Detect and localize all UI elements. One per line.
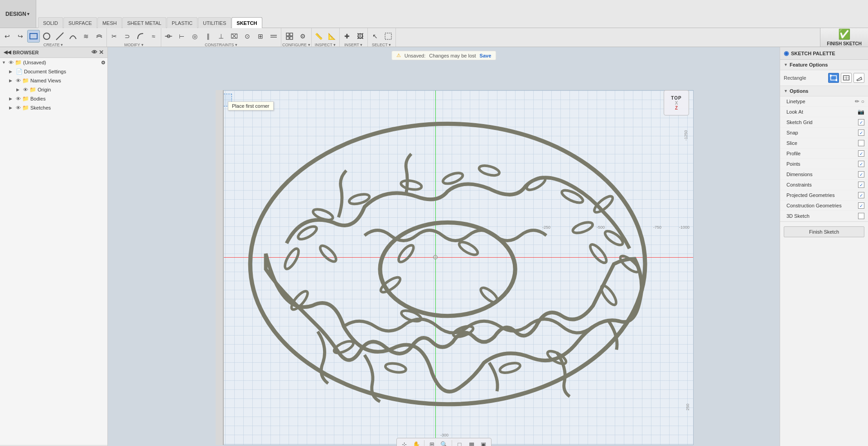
rect-2point-btn[interactable] (828, 73, 839, 83)
rect-center-btn[interactable] (841, 73, 852, 83)
spline-tool-icon[interactable]: ≋ (80, 30, 92, 43)
extend-icon[interactable]: ⊃ (121, 30, 134, 43)
fit-icon[interactable]: ⊞ (427, 439, 437, 446)
sketch-grid-checkbox[interactable] (858, 119, 864, 125)
browser-eye-icon[interactable]: 👁 (92, 49, 97, 56)
eye-icon-origin[interactable]: 👁 (23, 87, 28, 92)
grid-settings-icon[interactable] (283, 30, 296, 43)
sketch-settings-icon[interactable]: ⚙ (296, 30, 309, 43)
tab-surface[interactable]: SURFACE (63, 17, 97, 28)
snap-checkbox[interactable] (858, 129, 864, 136)
svg-point-25 (598, 283, 618, 307)
slice-checkbox[interactable] (858, 140, 864, 146)
coord-minus1250: -1250 (683, 130, 688, 140)
tree-item-origin[interactable]: ▶ 👁 📁 Origin (0, 85, 107, 94)
finish-sketch-button[interactable]: ✅ FINISH SKETCH (820, 28, 868, 47)
environment-icon[interactable]: ▣ (478, 439, 488, 446)
browser-close-icon[interactable]: ✕ (99, 49, 104, 56)
design-button[interactable]: DESIGN (0, 0, 36, 28)
collinear-icon[interactable]: ⊢ (175, 30, 188, 43)
coincident-icon[interactable] (162, 30, 175, 43)
projected-geo-checkbox[interactable] (858, 192, 864, 198)
look-at-icon[interactable]: 📷 (858, 109, 864, 115)
offset-tool-icon[interactable] (93, 30, 106, 43)
finish-sketch-palette-button[interactable]: Finish Sketch (784, 226, 864, 237)
coord-minus1000: -1000 (679, 225, 690, 230)
fillet-icon[interactable] (134, 30, 147, 43)
tree-item-document-settings[interactable]: ▶ 📄 Document Settings (0, 67, 107, 76)
select-group: ↖ SELECT (368, 28, 396, 47)
tree-item-bodies[interactable]: ▶ 👁 📁 Bodies (0, 94, 107, 103)
expand-icon-bodies[interactable]: ▶ (9, 96, 14, 101)
window-select-icon[interactable] (382, 30, 395, 43)
dimensions-checkbox[interactable] (858, 171, 864, 177)
eye-icon-bodies[interactable]: 👁 (16, 96, 21, 101)
options-section[interactable]: ▼ Options (780, 86, 868, 96)
pan-icon[interactable]: ✋ (411, 439, 421, 446)
visibility-eye-icon[interactable]: 👁 (9, 60, 14, 65)
construction-geo-checkbox[interactable] (858, 202, 864, 209)
eye-icon-sketches[interactable]: 👁 (16, 105, 21, 110)
circle-tool-icon[interactable] (40, 30, 53, 43)
line-tool-icon[interactable] (53, 30, 66, 43)
browser-collapse-icon[interactable]: ◀◀ (4, 49, 11, 55)
sketch-canvas[interactable]: -250 -500 -750 -1000 -1250 250 -300 (216, 90, 694, 445)
3d-sketch-checkbox[interactable] (858, 213, 864, 219)
save-button[interactable]: Save (480, 53, 492, 58)
vertical-icon[interactable]: ⊙ (241, 30, 254, 43)
tab-sketch[interactable]: SKETCH (231, 17, 262, 28)
undo-icon[interactable]: ↩ (1, 30, 14, 43)
place-corner-tooltip: Place first corner (228, 101, 274, 110)
constraints-checkbox[interactable] (858, 182, 864, 188)
tab-plastic[interactable]: PLASTIC (167, 17, 198, 28)
rectangle-tool-icon[interactable] (27, 30, 40, 43)
tab-utilities[interactable]: UTILITIES (198, 17, 231, 28)
display-mode-icon[interactable]: □ (455, 439, 465, 446)
svg-point-27 (333, 339, 355, 355)
expand-icon-sketches[interactable]: ▶ (9, 106, 14, 110)
linetype-pencil-icon[interactable]: ✏ (855, 98, 859, 105)
tangent-icon[interactable]: ⊞ (254, 30, 267, 43)
profile-checkbox[interactable] (858, 150, 864, 157)
analysis-icon[interactable]: 📐 (326, 30, 338, 43)
tree-item-unsaved[interactable]: ▼ 👁 📁 (Unsaved) ⚙ (0, 58, 107, 67)
points-checkbox[interactable] (858, 161, 864, 167)
insert-dxf-icon[interactable]: ✚ (341, 30, 353, 43)
grid-display-icon[interactable]: ▦ (467, 439, 477, 446)
parallel-icon[interactable]: ∥ (202, 30, 214, 43)
tab-solid[interactable]: SOLID (38, 17, 63, 28)
expand-icon-origin[interactable]: ▶ (16, 87, 22, 92)
browser-toolbar: 👁 ✕ (92, 49, 104, 56)
folder-icon-origin: 📁 (29, 86, 36, 93)
trim-icon[interactable]: ✂ (108, 30, 121, 43)
equal-icon[interactable] (267, 30, 280, 43)
canvas-area[interactable]: ⚠ Unsaved: Changes may be lost Save Plac… (108, 47, 780, 446)
orbit-icon[interactable]: ⊹ (400, 439, 410, 446)
dimensions-label: Dimensions (786, 172, 856, 177)
tab-mesh[interactable]: MESH (97, 17, 122, 28)
rect-3point-btn[interactable] (854, 73, 864, 83)
tree-item-sketches[interactable]: ▶ 👁 📁 Sketches (0, 103, 107, 112)
expand-icon-doc[interactable]: ▶ (9, 69, 14, 74)
expand-icon-views[interactable]: ▶ (9, 78, 14, 83)
perpendicular-icon[interactable]: ⊥ (215, 30, 227, 43)
concentric-icon[interactable]: ◎ (188, 30, 201, 43)
horizontal-icon[interactable]: ⌧ (228, 30, 241, 43)
measure-icon[interactable]: 📏 (313, 30, 325, 43)
tree-item-named-views[interactable]: ▶ 👁 📁 Named Views (0, 76, 107, 85)
3d-sketch-row: 3D Sketch (780, 211, 868, 221)
redo-icon[interactable]: ↪ (14, 30, 27, 43)
eye-icon-views[interactable]: 👁 (16, 78, 21, 83)
mirror-icon[interactable]: ≈ (147, 30, 160, 43)
feature-options-section[interactable]: ▼ Feature Options (780, 60, 868, 70)
insert-image-icon[interactable]: 🖼 (354, 30, 366, 43)
select-arrow-icon[interactable]: ↖ (369, 30, 381, 43)
tab-sheet-metal[interactable]: SHEET METAL (122, 17, 166, 28)
zoom-icon[interactable]: 🔍 (439, 439, 449, 446)
settings-icon[interactable]: ⚙ (101, 60, 106, 66)
cube-navigator[interactable]: TOP X Z (664, 90, 689, 115)
construction-geo-label: Construction Geometries (786, 203, 856, 208)
linetype-circle-icon[interactable]: ○ (861, 98, 864, 105)
arc-tool-icon[interactable] (67, 30, 79, 43)
expand-icon[interactable]: ▼ (2, 60, 7, 65)
